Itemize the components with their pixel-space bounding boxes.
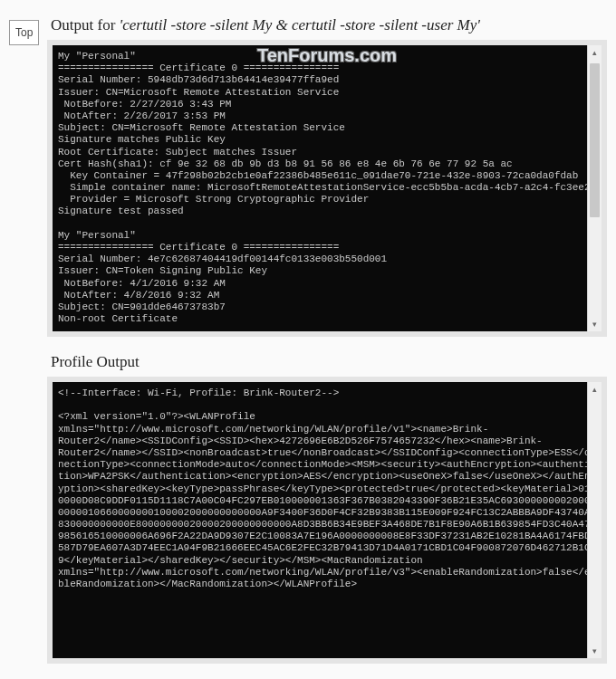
console-output-profile: <!--Interface: Wi-Fi, Profile: Brink-Rou…	[53, 382, 587, 658]
scroll-thumb[interactable]	[590, 63, 600, 217]
scroll-up-icon[interactable]: ▴	[588, 45, 602, 60]
section2-heading: Profile Output	[51, 353, 607, 371]
scroll-down-icon[interactable]: ▾	[588, 644, 602, 658]
console-box-profile: <!--Interface: Wi-Fi, Profile: Brink-Rou…	[47, 377, 607, 664]
console-output-certutil: My "Personal" ================ Certifica…	[53, 45, 587, 331]
scroll-up-icon[interactable]: ▴	[588, 382, 602, 397]
section1-heading: Output for 'certutil -store -silent My &…	[51, 16, 607, 34]
top-button[interactable]: Top	[9, 20, 39, 45]
heading-prefix: Output for	[51, 16, 120, 33]
console-box-certutil: TenForums.com My "Personal" ============…	[47, 40, 607, 337]
scrollbar[interactable]: ▴ ▾	[587, 382, 602, 658]
heading-command: 'certutil -store -silent My & certutil -…	[120, 16, 480, 33]
scroll-down-icon[interactable]: ▾	[588, 317, 602, 331]
scrollbar[interactable]: ▴ ▾	[587, 45, 602, 331]
